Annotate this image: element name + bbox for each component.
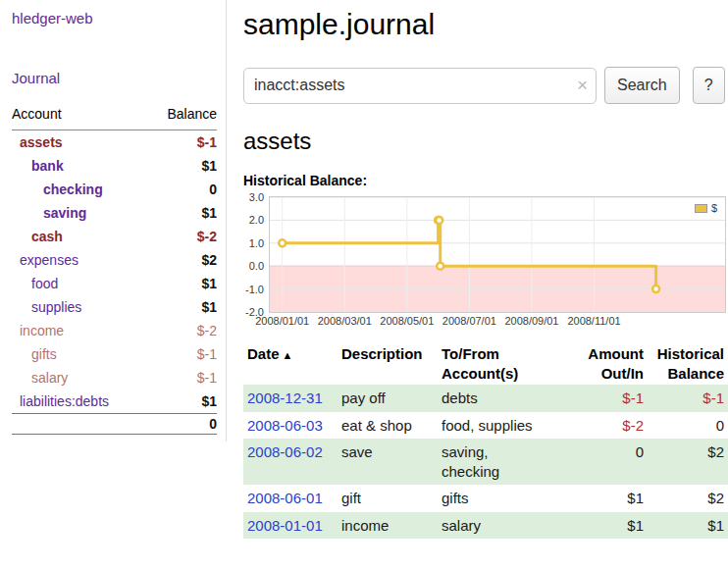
- account-row: food$1: [12, 272, 217, 295]
- register-balance: 0: [648, 412, 728, 440]
- brand-link[interactable]: hledger-web: [12, 10, 217, 26]
- y-tick-label: -1.0: [245, 284, 264, 295]
- chart-plot-svg: [270, 197, 725, 312]
- register-description: pay off: [338, 385, 438, 412]
- account-balance: $-1: [197, 134, 217, 150]
- account-balance: $1: [201, 393, 217, 409]
- account-balance: $1: [201, 205, 217, 221]
- x-tick-label: 2008/09/01: [504, 315, 558, 327]
- search-form: × Search ?: [243, 67, 728, 104]
- register-balance: $1: [648, 512, 728, 540]
- account-link[interactable]: bank: [12, 158, 64, 174]
- account-link[interactable]: gifts: [12, 346, 57, 362]
- column-header-balance: Historical Balance: [648, 342, 728, 385]
- x-tick-label: 2008/01/01: [255, 315, 309, 327]
- account-row: salary$-1: [12, 366, 217, 389]
- account-row: checking0: [12, 178, 217, 201]
- account-balance: $1: [201, 158, 217, 174]
- register-date-link[interactable]: 2008-06-01: [243, 485, 338, 512]
- x-tick-label: 2008/05/01: [380, 315, 434, 327]
- register-balance: $2: [648, 485, 728, 512]
- column-header-date[interactable]: Date▲: [243, 342, 338, 385]
- account-row: supplies$1: [12, 295, 217, 319]
- account-row: gifts$-1: [12, 342, 217, 366]
- register-balance: $-1: [648, 385, 728, 412]
- y-tick-label: 0.0: [249, 260, 264, 272]
- register-amount: 0: [571, 439, 648, 485]
- register-date-link[interactable]: 2008-06-03: [243, 412, 338, 440]
- register-amount: $-2: [571, 412, 648, 440]
- register-row: 2008-06-01giftgifts$1$2: [243, 485, 728, 512]
- register-date-link[interactable]: 2008-06-02: [243, 439, 338, 485]
- register-accounts: salary: [438, 512, 571, 540]
- register-row: 2008-01-01incomesalary$1$1: [243, 512, 728, 540]
- clear-search-icon[interactable]: ×: [577, 75, 588, 96]
- register-accounts: debts: [438, 385, 571, 412]
- account-row: saving$1: [12, 201, 217, 225]
- account-link[interactable]: liabilities:debts: [12, 393, 109, 409]
- register-description: save: [338, 439, 438, 485]
- register-date-link[interactable]: 2008-01-01: [243, 512, 338, 540]
- account-link[interactable]: assets: [12, 134, 63, 150]
- column-header-amount: Amount Out/In: [571, 342, 648, 385]
- search-button[interactable]: Search: [604, 67, 680, 104]
- accounts-table-header: Account Balance: [12, 106, 217, 130]
- register-row: 2008-06-03eat & shopfood, supplies$-20: [243, 412, 728, 440]
- accounts-table-body: assets$-1bank$1checking0saving$1cash$-2e…: [12, 130, 217, 413]
- account-balance: 0: [209, 182, 217, 197]
- register-table-body: 2008-12-31pay offdebts$-1$-12008-06-03ea…: [243, 385, 728, 539]
- account-link[interactable]: income: [12, 323, 64, 338]
- accounts-header-balance: Balance: [167, 106, 217, 122]
- account-row: assets$-1: [12, 130, 217, 154]
- chart-title: Historical Balance:: [243, 173, 728, 188]
- account-link[interactable]: food: [12, 276, 58, 291]
- main-content: sample.journal × Search ? assets Histori…: [243, 0, 728, 539]
- register-row: 2008-12-31pay offdebts$-1$-1: [243, 385, 728, 412]
- register-description: eat & shop: [338, 412, 438, 440]
- accounts-table: Account Balance assets$-1bank$1checking0…: [12, 106, 217, 435]
- register-accounts: food, supplies: [438, 412, 571, 440]
- account-row: cash$-2: [12, 225, 217, 248]
- register-table: Date▲ Description To/From Account(s) Amo…: [243, 342, 728, 539]
- register-accounts: gifts: [438, 485, 571, 512]
- account-balance: $-1: [197, 370, 217, 386]
- y-tick-label: 3.0: [249, 191, 264, 203]
- account-row: liabilities:debts$1: [12, 389, 217, 413]
- accounts-total-value: 0: [209, 416, 217, 432]
- account-balance: $-1: [197, 346, 217, 362]
- account-balance: $1: [201, 299, 217, 315]
- legend-label: $: [711, 202, 717, 214]
- y-tick-label: 1.0: [249, 237, 264, 249]
- register-row: 2008-06-02savesaving, checking0$2: [243, 439, 728, 485]
- register-amount: $1: [571, 485, 648, 512]
- x-tick-label: 2008/07/01: [442, 315, 496, 327]
- chart-y-axis: 3.02.01.00.0-1.0-2.0: [243, 196, 269, 313]
- account-row: bank$1: [12, 154, 217, 178]
- register-description: gift: [338, 485, 438, 512]
- account-link[interactable]: cash: [12, 229, 63, 244]
- account-row: income$-2: [12, 319, 217, 342]
- accounts-header-account: Account: [12, 106, 62, 122]
- account-balance: $-2: [197, 229, 217, 244]
- help-button[interactable]: ?: [693, 67, 725, 104]
- register-date-link[interactable]: 2008-12-31: [243, 385, 338, 412]
- x-tick-label: 2008/11/01: [567, 315, 620, 327]
- chart-plot: $: [269, 196, 726, 313]
- nav-journal-link[interactable]: Journal: [12, 70, 217, 86]
- account-link[interactable]: checking: [12, 182, 103, 197]
- search-input[interactable]: [243, 68, 597, 104]
- account-link[interactable]: salary: [12, 370, 68, 386]
- x-tick-label: 2008/03/01: [318, 315, 372, 327]
- search-box: ×: [243, 68, 597, 104]
- account-link[interactable]: expenses: [12, 252, 78, 268]
- register-balance: $2: [648, 439, 728, 485]
- balance-chart: 3.02.01.00.0-1.0-2.0 $ 2008/01/012008/03…: [243, 196, 728, 329]
- chart-legend: $: [693, 201, 719, 215]
- account-link[interactable]: saving: [12, 205, 86, 221]
- column-header-accounts: To/From Account(s): [438, 342, 571, 385]
- accounts-total-row: 0: [12, 413, 217, 435]
- account-row: expenses$2: [12, 248, 217, 272]
- register-description: income: [338, 512, 438, 540]
- register-header-row: Date▲ Description To/From Account(s) Amo…: [243, 342, 728, 385]
- account-link[interactable]: supplies: [12, 299, 81, 315]
